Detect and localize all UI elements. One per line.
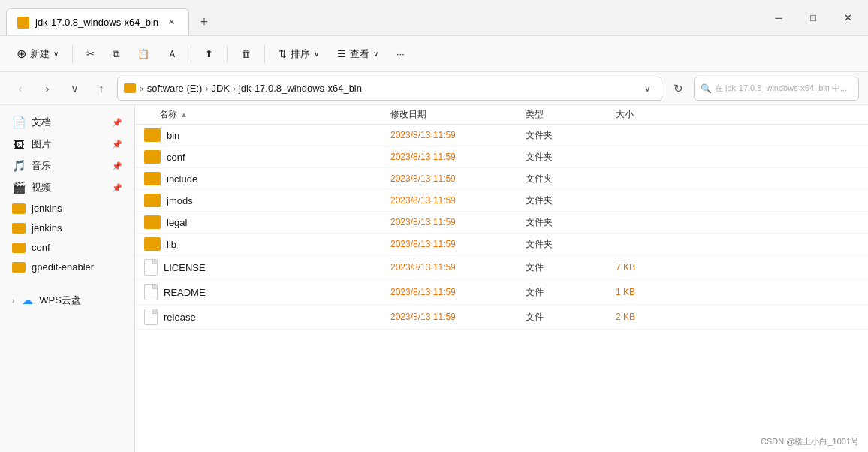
sort-button[interactable]: ⇅ 排序 ∨ xyxy=(271,44,327,65)
table-row[interactable]: LICENSE 2023/8/13 11:59 文件 7 KB xyxy=(135,255,868,280)
back-button[interactable]: ‹ xyxy=(9,77,32,100)
cut-button[interactable]: ✂ xyxy=(79,44,102,63)
sidebar-item-video[interactable]: 🎬 视频 📌 xyxy=(3,177,131,198)
rename-button[interactable]: Ａ xyxy=(160,44,185,65)
rename-icon: Ａ xyxy=(167,47,177,61)
folder-icon xyxy=(144,172,161,185)
file-name: LICENSE xyxy=(164,262,206,273)
file-size: 1 KB xyxy=(616,287,691,297)
sidebar-item-documents[interactable]: 📄 文档 📌 xyxy=(3,112,131,133)
file-date: 2023/8/13 11:59 xyxy=(390,312,526,322)
cut-icon: ✂ xyxy=(86,48,95,59)
column-header-type[interactable]: 类型 xyxy=(526,108,616,121)
breadcrumb-item-2[interactable]: jdk-17.0.8_windows-x64_bin xyxy=(239,83,362,94)
file-icon-cell: include xyxy=(135,172,390,185)
jenkins-1-icon xyxy=(12,203,26,214)
toolbar: ⊕ 新建 ∨ ✂ ⧉ 📋 Ａ ⬆ 🗑 ⇅ 排序 ∨ ☰ 查看 ∨ ··· xyxy=(0,36,868,72)
file-type: 文件 xyxy=(526,286,616,299)
video-icon: 🎬 xyxy=(12,182,26,194)
sidebar-pin-documents: 📌 xyxy=(112,118,122,128)
file-list-header: 名称 ▲ 修改日期 类型 大小 xyxy=(135,105,868,125)
file-type: 文件夹 xyxy=(526,129,616,142)
active-tab[interactable]: jdk-17.0.8_windows-x64_bin ✕ xyxy=(6,8,189,35)
breadcrumb-item-0[interactable]: software (E:) xyxy=(147,83,203,94)
folder-icon xyxy=(144,215,161,229)
table-row[interactable]: jmods 2023/8/13 11:59 文件夹 xyxy=(135,190,868,212)
file-icon-cell: legal xyxy=(135,215,390,229)
tab-close-button[interactable]: ✕ xyxy=(164,16,178,29)
file-size: 7 KB xyxy=(616,262,691,273)
sidebar-item-wps-cloud[interactable]: › ☁ WPS云盘 xyxy=(3,290,131,311)
more-icon: ··· xyxy=(396,48,405,59)
search-box[interactable]: 🔍 在 jdk-17.0.8_windows-x64_bin 中... xyxy=(694,77,859,101)
sidebar-item-pictures[interactable]: 🖼 图片 📌 xyxy=(3,134,131,155)
table-row[interactable]: lib 2023/8/13 11:59 文件夹 xyxy=(135,234,868,255)
sidebar-label-pictures: 图片 xyxy=(32,137,51,151)
table-row[interactable]: bin 2023/8/13 11:59 文件夹 xyxy=(135,125,868,146)
refresh-button[interactable]: ↻ xyxy=(667,77,689,100)
column-type-label: 类型 xyxy=(526,108,544,121)
paste-button[interactable]: 📋 xyxy=(130,44,157,63)
breadcrumb-item-1[interactable]: JDK xyxy=(211,83,230,94)
minimize-button[interactable]: ─ xyxy=(761,6,796,30)
file-type: 文件夹 xyxy=(526,216,616,229)
file-size: 2 KB xyxy=(616,312,691,322)
up-button[interactable]: ↑ xyxy=(90,77,113,100)
new-tab-button[interactable]: + xyxy=(192,10,216,34)
sidebar-item-music[interactable]: 🎵 音乐 📌 xyxy=(3,155,131,176)
sidebar-pin-music: 📌 xyxy=(112,161,122,171)
column-header-date[interactable]: 修改日期 xyxy=(390,108,526,121)
view-button[interactable]: ☰ 查看 ∨ xyxy=(330,44,386,65)
forward-button[interactable]: › xyxy=(36,77,59,100)
close-button[interactable]: ✕ xyxy=(830,6,865,30)
gpedit-icon xyxy=(12,262,26,273)
new-button[interactable]: ⊕ 新建 ∨ xyxy=(9,43,66,65)
up-list-button[interactable]: ∨ xyxy=(63,77,86,100)
file-name: conf xyxy=(167,152,185,163)
file-name: jmods xyxy=(167,195,193,206)
table-row[interactable]: README 2023/8/13 11:59 文件 1 KB xyxy=(135,280,868,305)
file-icon-cell: bin xyxy=(135,128,390,142)
breadcrumb-folder-icon xyxy=(124,83,136,93)
toolbar-separator-1 xyxy=(72,45,73,63)
sort-asc-icon: ▲ xyxy=(180,110,188,119)
sidebar-label-conf: conf xyxy=(32,242,50,253)
column-header-size[interactable]: 大小 xyxy=(616,108,691,121)
sidebar-item-gpedit[interactable]: gpedit-enabler xyxy=(3,258,131,276)
toolbar-separator-4 xyxy=(264,45,265,63)
paste-icon: 📋 xyxy=(137,48,149,59)
file-icon-cell: jmods xyxy=(135,194,390,207)
share-icon: ⬆ xyxy=(205,48,213,59)
sort-label: 排序 xyxy=(291,47,310,61)
view-dropdown-icon: ∨ xyxy=(373,50,378,58)
table-row[interactable]: conf 2023/8/13 11:59 文件夹 xyxy=(135,146,868,168)
column-name-label: 名称 xyxy=(159,108,177,121)
file-icon-cell: release xyxy=(135,309,390,325)
main-content: 📄 文档 📌 🖼 图片 📌 🎵 音乐 📌 🎬 视频 📌 jenkins jenk… xyxy=(0,105,868,452)
table-row[interactable]: release 2023/8/13 11:59 文件 2 KB xyxy=(135,305,868,330)
sidebar-pin-pictures: 📌 xyxy=(112,140,122,149)
file-doc-icon xyxy=(144,284,158,300)
file-icon-cell: conf xyxy=(135,150,390,164)
sidebar-item-jenkins-2[interactable]: jenkins xyxy=(3,218,131,237)
more-button[interactable]: ··· xyxy=(389,44,412,63)
copy-button[interactable]: ⧉ xyxy=(105,44,127,64)
tab-label: jdk-17.0.8_windows-x64_bin xyxy=(35,17,158,28)
sidebar-item-jenkins-1[interactable]: jenkins xyxy=(3,199,131,218)
sort-icon: ⇅ xyxy=(279,48,287,59)
search-icon: 🔍 xyxy=(701,83,712,94)
file-icon-cell: LICENSE xyxy=(135,259,390,276)
jenkins-2-icon xyxy=(12,223,26,234)
sidebar-item-conf[interactable]: conf xyxy=(3,238,131,257)
breadcrumb-dropdown-button[interactable]: ∨ xyxy=(640,82,656,95)
delete-button[interactable]: 🗑 xyxy=(234,44,258,63)
column-header-name[interactable]: 名称 ▲ xyxy=(135,108,390,121)
tab-folder-icon xyxy=(17,17,29,29)
table-row[interactable]: include 2023/8/13 11:59 文件夹 xyxy=(135,168,868,190)
table-row[interactable]: legal 2023/8/13 11:59 文件夹 xyxy=(135,212,868,234)
file-type: 文件 xyxy=(526,261,616,274)
maximize-button[interactable]: □ xyxy=(796,6,830,30)
breadcrumb-bar[interactable]: « software (E:) › JDK › jdk-17.0.8_windo… xyxy=(117,77,662,101)
folder-icon xyxy=(144,237,161,251)
share-button[interactable]: ⬆ xyxy=(197,44,221,63)
